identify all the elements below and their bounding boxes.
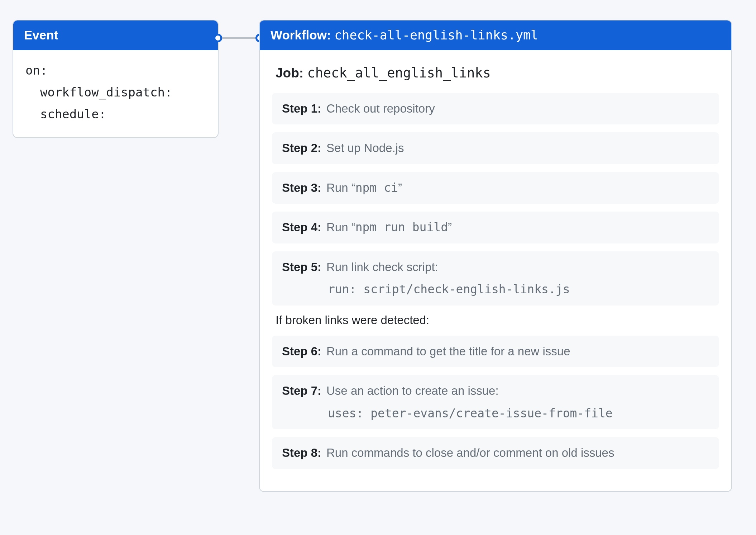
step-code: run: script/check-english-links.js: [328, 281, 709, 298]
step-description: Run “npm run build”: [326, 219, 452, 236]
workflow-title-file: check-all-english-links.yml: [334, 28, 538, 42]
step-label: Step 4:: [282, 219, 321, 236]
step-description: Run “npm ci”: [326, 180, 402, 196]
job-name: check_all_english_links: [307, 65, 491, 81]
step-description: Use an action to create an issue:: [326, 383, 499, 399]
step-description: Check out repository: [326, 101, 435, 117]
step-description: Set up Node.js: [326, 140, 404, 156]
workflow-step: Step 7:Use an action to create an issue:…: [272, 375, 719, 429]
connector-dot-left: [214, 34, 222, 42]
step-description: Run commands to close and/or comment on …: [326, 445, 614, 461]
event-card: Event on: workflow_dispatch: schedule:: [13, 20, 219, 138]
step-label: Step 5:: [282, 259, 321, 275]
workflow-card: Workflow: check-all-english-links.yml Jo…: [259, 20, 732, 492]
workflow-step: Step 3:Run “npm ci”: [272, 172, 719, 204]
connector-line: [218, 37, 260, 39]
workflow-step: Step 6:Run a command to get the title fo…: [272, 336, 719, 368]
step-label: Step 6:: [282, 344, 321, 360]
step-label: Step 7:: [282, 383, 321, 399]
job-title: Job: check_all_english_links: [276, 65, 719, 81]
workflow-card-body: Job: check_all_english_links Step 1:Chec…: [260, 50, 731, 491]
workflow-step: Step 1:Check out repository: [272, 93, 719, 125]
workflow-card-header: Workflow: check-all-english-links.yml: [260, 20, 731, 50]
step-description: Run a command to get the title for a new…: [326, 344, 570, 360]
workflow-step: Step 5:Run link check script:run: script…: [272, 251, 719, 306]
steps-group-after: Step 6:Run a command to get the title fo…: [272, 336, 719, 469]
workflow-title-label: Workflow:: [271, 28, 334, 42]
connector: [218, 34, 260, 42]
step-label: Step 1:: [282, 101, 321, 117]
steps-group-before: Step 1:Check out repositoryStep 2:Set up…: [272, 93, 719, 306]
step-description: Run link check script:: [326, 259, 438, 275]
section-note: If broken links were detected:: [276, 313, 719, 327]
diagram-stage: Event on: workflow_dispatch: schedule: W…: [0, 0, 756, 535]
job-label: Job:: [276, 66, 307, 80]
step-label: Step 2:: [282, 140, 321, 156]
event-card-header: Event: [13, 20, 218, 50]
workflow-step: Step 4:Run “npm run build”: [272, 212, 719, 243]
step-label: Step 8:: [282, 445, 321, 461]
step-label: Step 3:: [282, 180, 321, 196]
step-code: uses: peter-evans/create-issue-from-file: [328, 406, 709, 422]
event-card-body: on: workflow_dispatch: schedule:: [13, 50, 218, 138]
workflow-step: Step 2:Set up Node.js: [272, 132, 719, 164]
workflow-step: Step 8:Run commands to close and/or comm…: [272, 437, 719, 469]
event-title: Event: [24, 28, 58, 42]
